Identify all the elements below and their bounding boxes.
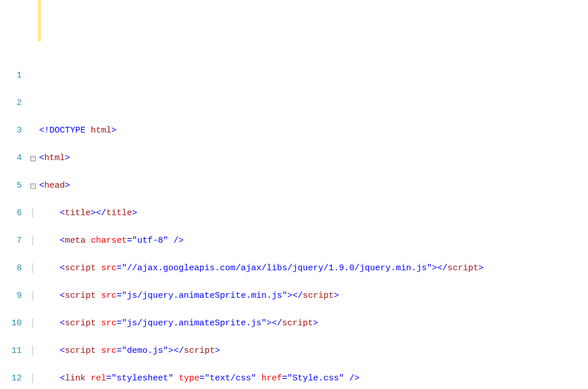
line-number: 6 xyxy=(0,207,22,220)
line-number: 4 xyxy=(0,151,22,165)
fold-gutter: − − │ │ │ │ │ │ │ │ │ − − │ │ │ − │ │ │ … xyxy=(28,55,38,389)
line-number: 3 xyxy=(0,124,22,138)
code-line[interactable]: <title></title> xyxy=(39,207,588,220)
fold-guide: │ xyxy=(30,236,35,246)
code-line[interactable]: <head> xyxy=(39,179,588,193)
code-line[interactable] xyxy=(39,69,588,83)
code-line[interactable]: <script src="js/jquery.animateSprite.js"… xyxy=(39,317,588,330)
line-number: 2 xyxy=(0,96,22,110)
code-line[interactable]: <meta charset="utf-8" /> xyxy=(39,234,588,248)
line-number: 9 xyxy=(0,289,22,303)
code-editor[interactable]: 1 2 3 4 5 6 7 8 9 10 11 12 13 14 15 16 1… xyxy=(0,55,588,389)
line-number: 10 xyxy=(0,317,22,330)
fold-guide: │ xyxy=(30,318,35,328)
fold-guide: │ xyxy=(30,208,35,218)
line-number: 8 xyxy=(0,262,22,275)
fold-guide: │ xyxy=(30,346,35,356)
line-number: 11 xyxy=(0,344,22,358)
fold-guide: │ xyxy=(30,291,35,301)
line-number: 1 xyxy=(0,69,22,83)
line-number: 5 xyxy=(0,179,22,193)
code-line[interactable]: <script src="js/jquery.animateSprite.min… xyxy=(39,289,588,303)
code-line[interactable]: <!DOCTYPE html> xyxy=(39,124,588,138)
code-area[interactable]: <!DOCTYPE html> <html> <head> <title></t… xyxy=(38,55,588,389)
fold-guide: │ xyxy=(30,374,35,383)
code-line[interactable]: <script src="//ajax.googleapis.com/ajax/… xyxy=(39,262,588,275)
code-line[interactable]: <script src="demo.js"></script> xyxy=(39,344,588,358)
fold-toggle-icon[interactable]: − xyxy=(30,156,36,161)
code-line[interactable]: <html> xyxy=(39,151,588,165)
fold-toggle-icon[interactable]: − xyxy=(30,184,36,189)
change-marker xyxy=(38,0,41,41)
line-number: 12 xyxy=(0,372,22,386)
fold-guide: │ xyxy=(30,263,35,273)
line-number: 7 xyxy=(0,234,22,248)
code-line[interactable]: <link rel="stylesheet" type="text/css" h… xyxy=(39,372,588,386)
line-number-gutter: 1 2 3 4 5 6 7 8 9 10 11 12 13 14 15 16 1… xyxy=(0,55,28,389)
code-line[interactable] xyxy=(39,96,588,110)
